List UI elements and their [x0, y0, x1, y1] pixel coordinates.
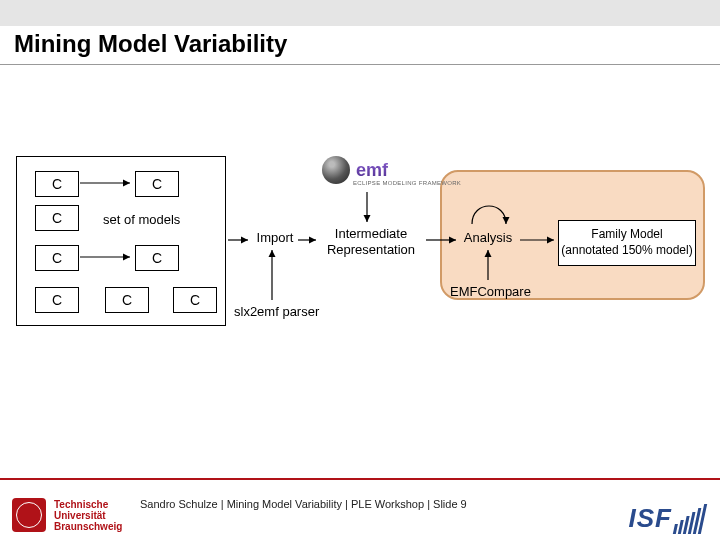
footer-caption: Sandro Schulze | Mining Model Variabilit… [140, 498, 467, 510]
top-grey-bar [0, 0, 720, 26]
model-box: C [135, 171, 179, 197]
family-l2: (annotated 150% model) [561, 243, 692, 257]
intermediate-l1: Intermediate [335, 226, 407, 241]
emf-brand-text: emf [356, 160, 388, 181]
model-box: C [35, 171, 79, 197]
model-box: C [173, 287, 217, 313]
tu-seal-icon [12, 498, 46, 532]
model-box: C [35, 245, 79, 271]
intermediate-l2: Representation [327, 242, 415, 257]
isf-logo: ISF [629, 503, 704, 534]
models-caption: set of models [103, 212, 180, 227]
isf-text: ISF [629, 503, 672, 534]
emfcompare-label: EMFCompare [450, 284, 540, 300]
emf-subtitle: ECLIPSE MODELING FRAMEWORK [353, 180, 461, 186]
parser-label: slx2emf parser [234, 304, 334, 320]
tu-text: Technische Universität Braunschweig [54, 499, 122, 532]
uni-line: Braunschweig [54, 521, 122, 532]
model-box: C [35, 205, 79, 231]
uni-line: Universität [54, 510, 106, 521]
tu-braunschweig-logo: Technische Universität Braunschweig [12, 498, 122, 532]
model-box: C [35, 287, 79, 313]
import-label: Import [250, 230, 300, 246]
emf-globe-icon [322, 156, 350, 184]
isf-bars-icon [673, 504, 707, 534]
family-model-box: Family Model (annotated 150% model) [558, 220, 696, 266]
footer: Technische Universität Braunschweig Sand… [0, 478, 720, 540]
diagram-stage: C C C set of models C C C C C Import Int… [0, 150, 720, 350]
model-box: C [105, 287, 149, 313]
uni-line: Technische [54, 499, 108, 510]
slide-title: Mining Model Variability [14, 30, 287, 58]
model-box: C [135, 245, 179, 271]
analysis-label: Analysis [458, 230, 518, 246]
family-l1: Family Model [591, 227, 662, 241]
title-divider [0, 64, 720, 65]
models-group: C C C set of models C C C C C [16, 156, 226, 326]
intermediate-label: Intermediate Representation [316, 226, 426, 259]
